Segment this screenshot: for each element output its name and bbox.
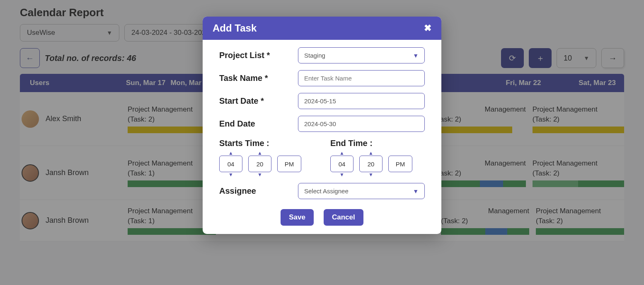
chevron-down-icon: ▼	[413, 52, 419, 59]
chevron-down-icon[interactable]: ▼	[257, 172, 262, 177]
end-date-label: End Date	[219, 119, 294, 129]
end-minute-input[interactable]: 20	[359, 156, 383, 172]
cancel-button[interactable]: Cancel	[324, 209, 363, 226]
project-list-label: Project List *	[219, 51, 294, 60]
end-date-input[interactable]	[298, 116, 425, 132]
task-name-label: Task Name *	[219, 73, 294, 83]
end-hour-input[interactable]: 04	[330, 156, 353, 172]
save-button[interactable]: Save	[281, 209, 314, 226]
add-task-modal: Add Task ✖ Project List * Staging ▼ Task…	[203, 17, 441, 234]
start-date-input[interactable]	[298, 93, 425, 109]
project-list-value: Staging	[304, 52, 325, 59]
chevron-down-icon[interactable]: ▼	[228, 172, 233, 177]
end-ampm-toggle[interactable]: PM	[388, 156, 412, 172]
chevron-up-icon[interactable]: ▲	[228, 151, 233, 156]
close-icon: ✖	[424, 23, 431, 33]
assignee-select[interactable]: Select Assignee ▼	[298, 183, 425, 199]
assignee-placeholder: Select Assignee	[304, 188, 349, 195]
start-hour-input[interactable]: 04	[219, 156, 242, 172]
chevron-down-icon[interactable]: ▼	[339, 172, 344, 177]
chevron-up-icon[interactable]: ▲	[257, 151, 262, 156]
close-button[interactable]: ✖	[424, 23, 431, 34]
chevron-up-icon[interactable]: ▲	[339, 151, 344, 156]
modal-title: Add Task	[213, 22, 257, 34]
chevron-down-icon[interactable]: ▼	[368, 172, 373, 177]
modal-overlay: Add Task ✖ Project List * Staging ▼ Task…	[0, 0, 644, 285]
project-list-select[interactable]: Staging ▼	[298, 47, 425, 63]
task-name-input[interactable]	[298, 70, 425, 86]
start-minute-input[interactable]: 20	[248, 156, 271, 172]
chevron-down-icon: ▼	[413, 188, 419, 195]
start-date-label: Start Date *	[219, 96, 294, 106]
start-ampm-toggle[interactable]: PM	[277, 156, 301, 172]
start-time-label: Starts Time :	[219, 139, 314, 148]
chevron-up-icon[interactable]: ▲	[368, 151, 373, 156]
end-time-label: End Time :	[330, 139, 425, 148]
assignee-label: Assignee	[219, 186, 294, 196]
